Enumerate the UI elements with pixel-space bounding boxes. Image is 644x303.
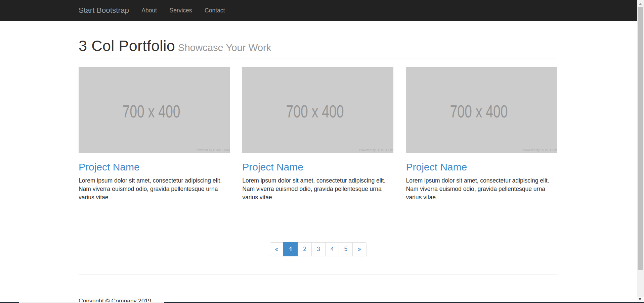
svg-text:700 x 400: 700 x 400 — [123, 102, 180, 121]
svg-text:Powered by HTML.COM: Powered by HTML.COM — [359, 148, 393, 151]
svg-text:700 x 400: 700 x 400 — [450, 102, 508, 121]
svg-text:Powered by HTML.COM: Powered by HTML.COM — [523, 148, 557, 151]
svg-text:700 x 400: 700 x 400 — [286, 102, 344, 121]
svg-text:Powered by HTML.COM: Powered by HTML.COM — [196, 148, 230, 151]
